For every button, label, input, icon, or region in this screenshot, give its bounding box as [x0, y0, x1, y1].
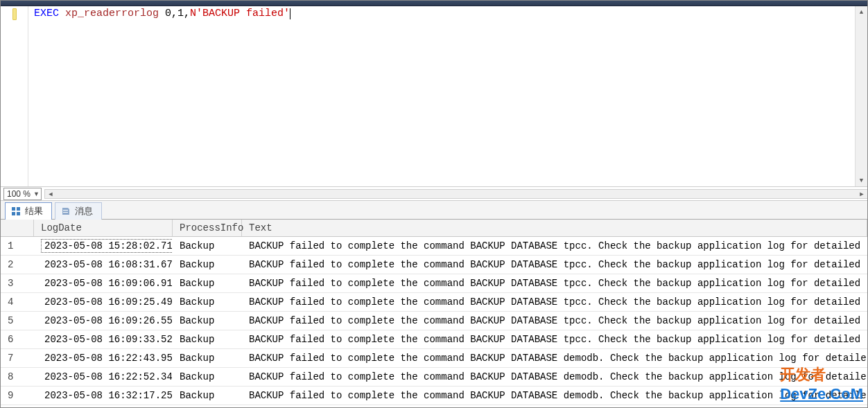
scroll-left-icon[interactable]: ◄	[45, 190, 56, 197]
scroll-up-icon[interactable]: ▲	[856, 6, 867, 18]
svg-rect-2	[12, 212, 15, 215]
grid-header-row: LogDate ProcessInfo Text	[1, 220, 867, 237]
line-change-marker	[12, 8, 17, 20]
sql-proc-name: xp_readerrorlog	[59, 8, 165, 19]
editor-gutter	[1, 6, 28, 186]
row-number[interactable]: 6	[1, 332, 34, 347]
cell-text[interactable]: BACKUP failed to complete the command BA…	[242, 238, 867, 254]
table-row[interactable]: 22023-05-08 16:08:31.670BackupBACKUP fai…	[1, 256, 867, 274]
zoom-dropdown[interactable]: 100 % ▼	[3, 188, 42, 200]
chevron-down-icon: ▼	[33, 190, 40, 197]
row-number[interactable]: 1	[1, 238, 34, 254]
grid-body: 12023-05-08 15:28:02.710BackupBACKUP fai…	[1, 237, 867, 405]
sql-string-prefix: N	[190, 8, 196, 19]
table-row[interactable]: 52023-05-08 16:09:26.550BackupBACKUP fai…	[1, 312, 867, 330]
grid-header-processinfo[interactable]: ProcessInfo	[173, 220, 242, 236]
grid-header-text[interactable]: Text	[242, 220, 867, 236]
table-row[interactable]: 72023-05-08 16:22:43.950BackupBACKUP fai…	[1, 349, 867, 368]
scroll-right-icon[interactable]: ►	[856, 190, 867, 197]
cell-processinfo[interactable]: Backup	[173, 369, 242, 384]
results-tabbar: 结果 消息	[1, 200, 867, 220]
tab-results[interactable]: 结果	[5, 202, 52, 220]
cell-logdate[interactable]: 2023-05-08 16:32:17.250	[34, 387, 173, 405]
cell-logdate[interactable]: 2023-05-08 16:09:26.550	[34, 312, 173, 330]
cell-text[interactable]: BACKUP failed to complete the command BA…	[242, 276, 867, 291]
cell-logdate[interactable]: 2023-05-08 16:09:06.910	[34, 274, 173, 292]
sql-args: 0,1,	[165, 8, 190, 19]
svg-rect-1	[17, 207, 20, 211]
window-titlebar-strip	[1, 1, 867, 6]
text-caret	[290, 8, 290, 19]
cell-logdate[interactable]: 2023-05-08 16:08:31.670	[34, 256, 173, 274]
row-number[interactable]: 3	[1, 276, 34, 291]
cell-logdate[interactable]: 2023-05-08 16:22:52.340	[34, 368, 173, 386]
cell-text[interactable]: BACKUP failed to complete the command BA…	[242, 369, 867, 384]
cell-processinfo[interactable]: Backup	[173, 313, 242, 328]
cell-text[interactable]: BACKUP failed to complete the command BA…	[242, 294, 867, 310]
table-row[interactable]: 32023-05-08 16:09:06.910BackupBACKUP fai…	[1, 274, 867, 293]
row-number[interactable]: 9	[1, 388, 34, 403]
sql-string-body: 'BACKUP failed'	[196, 8, 290, 19]
svg-rect-3	[17, 212, 20, 215]
grid-header-rownum[interactable]	[1, 220, 34, 236]
results-grid: LogDate ProcessInfo Text 12023-05-08 15:…	[1, 220, 867, 407]
cell-text[interactable]: BACKUP failed to complete the command BA…	[242, 313, 867, 328]
row-number[interactable]: 2	[1, 257, 34, 272]
cell-logdate[interactable]: 2023-05-08 16:09:25.490	[34, 293, 173, 311]
row-number[interactable]: 5	[1, 313, 34, 328]
cell-logdate[interactable]: 2023-05-08 16:22:43.950	[34, 349, 173, 367]
scroll-down-icon[interactable]: ▼	[856, 175, 867, 186]
editor-footer-row: 100 % ▼ ◄ ►	[1, 186, 867, 200]
cell-logdate[interactable]: 2023-05-08 16:09:33.520	[34, 330, 173, 348]
tab-messages[interactable]: 消息	[55, 202, 102, 220]
kw-exec: EXEC	[34, 8, 59, 19]
cell-text[interactable]: BACKUP failed to complete the command BA…	[242, 388, 867, 403]
cell-text[interactable]: BACKUP failed to complete the command BA…	[242, 351, 867, 366]
grid-icon	[11, 206, 21, 216]
row-number[interactable]: 7	[1, 351, 34, 366]
table-row[interactable]: 92023-05-08 16:32:17.250BackupBACKUP fai…	[1, 387, 867, 405]
note-icon	[61, 206, 71, 216]
svg-rect-0	[12, 207, 15, 211]
row-number[interactable]: 4	[1, 294, 34, 310]
row-number[interactable]: 8	[1, 369, 34, 384]
scroll-track[interactable]	[856, 18, 867, 175]
sql-editor-region: EXEC xp_readerrorlog 0,1,N'BACKUP failed…	[1, 6, 867, 186]
tab-results-label: 结果	[25, 205, 43, 218]
cell-text[interactable]: BACKUP failed to complete the command BA…	[242, 257, 867, 272]
zoom-value: 100 %	[7, 189, 31, 199]
cell-logdate[interactable]: 2023-05-08 15:28:02.710	[34, 237, 173, 255]
cell-processinfo[interactable]: Backup	[173, 388, 242, 403]
table-row[interactable]: 12023-05-08 15:28:02.710BackupBACKUP fai…	[1, 237, 867, 256]
editor-horizontal-scrollbar[interactable]: ◄ ►	[44, 189, 867, 199]
table-row[interactable]: 62023-05-08 16:09:33.520BackupBACKUP fai…	[1, 330, 867, 349]
table-row[interactable]: 42023-05-08 16:09:25.490BackupBACKUP fai…	[1, 293, 867, 312]
cell-processinfo[interactable]: Backup	[173, 276, 242, 291]
table-row[interactable]: 82023-05-08 16:22:52.340BackupBACKUP fai…	[1, 368, 867, 387]
ssms-window: EXEC xp_readerrorlog 0,1,N'BACKUP failed…	[0, 0, 868, 408]
cell-processinfo[interactable]: Backup	[173, 238, 242, 254]
tab-messages-label: 消息	[75, 205, 93, 218]
grid-header-logdate[interactable]: LogDate	[34, 220, 173, 236]
editor-vertical-scrollbar[interactable]: ▲ ▼	[855, 6, 867, 186]
cell-processinfo[interactable]: Backup	[173, 332, 242, 347]
cell-text[interactable]: BACKUP failed to complete the command BA…	[242, 332, 867, 347]
cell-processinfo[interactable]: Backup	[173, 294, 242, 310]
sql-editor[interactable]: EXEC xp_readerrorlog 0,1,N'BACKUP failed…	[28, 6, 855, 186]
cell-processinfo[interactable]: Backup	[173, 257, 242, 272]
cell-processinfo[interactable]: Backup	[173, 351, 242, 366]
